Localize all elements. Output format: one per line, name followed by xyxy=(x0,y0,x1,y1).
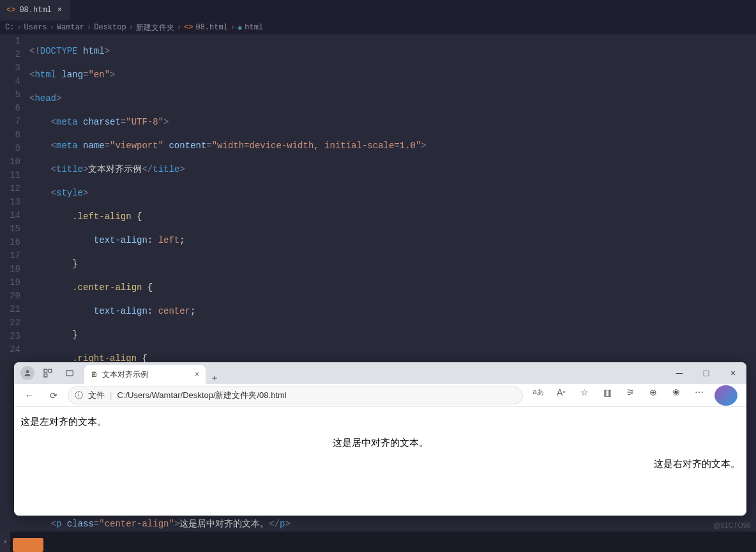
line-number: 22 xyxy=(0,316,20,330)
html-file-icon: <> xyxy=(184,23,193,32)
browser-tab-title: 文本对齐示例 xyxy=(102,369,148,380)
line-number: 14 xyxy=(0,209,20,222)
chevron-right-icon: › xyxy=(17,23,21,32)
chevron-right-icon: › xyxy=(87,23,91,32)
line-number: 20 xyxy=(0,289,20,303)
close-icon[interactable]: × xyxy=(56,6,64,15)
workspaces-icon[interactable] xyxy=(40,365,56,381)
chevron-right-icon: › xyxy=(177,23,181,32)
watermark: @51CTO98 xyxy=(713,521,751,529)
browser-toolbar: ← ⟳ ⓘ 文件 | C:/Users/Wamtar/Desktop/新建文件夹… xyxy=(14,384,746,407)
browser-window: 🗎 文本对齐示例 × ＋ ─ □ × ← ⟳ ⓘ 文件 | C:/Users/W… xyxy=(14,362,746,516)
svg-rect-3 xyxy=(44,374,47,377)
editor-tab-bar: <> 08.html × xyxy=(0,0,756,20)
page-icon: 🗎 xyxy=(91,370,98,379)
url-scheme: 文件 xyxy=(88,390,105,401)
rendered-page: 这是左对齐的文本。 这是居中对齐的文本。 这是右对齐的文本。 xyxy=(14,407,746,516)
browser-tab[interactable]: 🗎 文本对齐示例 × xyxy=(84,365,206,384)
line-number: 13 xyxy=(0,195,20,209)
panel-chevron-icon[interactable]: › xyxy=(0,532,10,552)
line-number: 4 xyxy=(0,75,20,88)
breadcrumb: C:› Users› Wamtar› Desktop› 新建文件夹› <> 08… xyxy=(0,20,756,34)
html-file-icon: <> xyxy=(6,6,15,15)
tab-filename: 08.html xyxy=(19,6,51,15)
line-number: 3 xyxy=(0,61,20,75)
more-button[interactable]: ⋯ xyxy=(688,382,711,402)
svg-rect-1 xyxy=(44,369,47,372)
line-number: 9 xyxy=(0,142,20,155)
editor-tab[interactable]: <> 08.html × xyxy=(0,0,70,20)
svg-rect-2 xyxy=(49,369,52,372)
minimize-button[interactable]: ─ xyxy=(666,362,693,384)
favorite-button[interactable]: ☆ xyxy=(573,382,596,402)
line-number: 2 xyxy=(0,48,20,61)
line-number: 19 xyxy=(0,276,20,289)
line-number: 10 xyxy=(0,155,20,169)
line-number: 7 xyxy=(0,115,20,128)
line-number: 6 xyxy=(0,102,20,115)
breadcrumb-seg[interactable]: Wamtar xyxy=(57,23,84,32)
line-number: 1 xyxy=(0,34,20,48)
svg-rect-4 xyxy=(66,371,73,376)
back-button[interactable]: ← xyxy=(19,385,40,406)
read-aloud-button[interactable]: aあ xyxy=(527,382,550,402)
line-number: 24 xyxy=(0,343,20,356)
line-number: 18 xyxy=(0,263,20,276)
line-number: 8 xyxy=(0,128,20,142)
svg-point-0 xyxy=(26,370,29,373)
symbol-icon: ◈ xyxy=(238,23,242,33)
breadcrumb-seg[interactable]: Desktop xyxy=(94,23,126,32)
text-size-button[interactable]: A» xyxy=(550,382,573,402)
center-align-text: 这是居中对齐的文本。 xyxy=(20,437,740,449)
maximize-button[interactable]: □ xyxy=(693,362,720,384)
divider: | xyxy=(110,390,112,400)
breadcrumb-seg[interactable]: C: xyxy=(5,23,14,32)
line-number: 17 xyxy=(0,249,20,263)
site-info-icon[interactable]: ⓘ xyxy=(75,390,83,401)
line-number: 12 xyxy=(0,182,20,195)
extensions-button[interactable]: ⊕ xyxy=(642,382,665,402)
chevron-right-icon: › xyxy=(50,23,54,32)
copilot-icon[interactable] xyxy=(714,385,737,406)
breadcrumb-seg[interactable]: Users xyxy=(24,23,47,32)
breadcrumb-seg[interactable]: html xyxy=(245,23,263,32)
share-button[interactable]: ⚞ xyxy=(619,382,642,402)
line-number: 23 xyxy=(0,330,20,343)
tab-actions-icon[interactable] xyxy=(61,365,78,381)
right-align-text: 这是右对齐的文本。 xyxy=(20,458,740,470)
refresh-button[interactable]: ⟳ xyxy=(43,385,64,406)
line-number: 11 xyxy=(0,169,20,182)
left-align-text: 这是左对齐的文本。 xyxy=(20,416,740,428)
taskbar-active-item[interactable] xyxy=(13,538,43,552)
browser-titlebar: 🗎 文本对齐示例 × ＋ ─ □ × xyxy=(14,362,746,384)
breadcrumb-seg[interactable]: 新建文件夹 xyxy=(136,22,174,33)
chevron-right-icon: › xyxy=(129,23,133,32)
performance-button[interactable]: ❀ xyxy=(665,382,688,402)
close-icon[interactable]: × xyxy=(195,370,199,379)
profile-icon[interactable] xyxy=(20,366,34,380)
line-number: 16 xyxy=(0,236,20,249)
url-path: C:/Users/Wamtar/Desktop/新建文件夹/08.html xyxy=(117,390,286,401)
line-number: 15 xyxy=(0,222,20,236)
line-number: 21 xyxy=(0,303,20,316)
taskbar: › xyxy=(0,532,756,552)
line-number: 5 xyxy=(0,88,20,102)
chevron-right-icon: › xyxy=(231,23,235,32)
address-bar[interactable]: ⓘ 文件 | C:/Users/Wamtar/Desktop/新建文件夹/08.… xyxy=(68,387,523,404)
new-tab-button[interactable]: ＋ xyxy=(206,372,223,384)
breadcrumb-seg[interactable]: 08.html xyxy=(195,23,227,32)
close-window-button[interactable]: × xyxy=(720,362,746,384)
collections-button[interactable]: ▥ xyxy=(596,382,619,402)
